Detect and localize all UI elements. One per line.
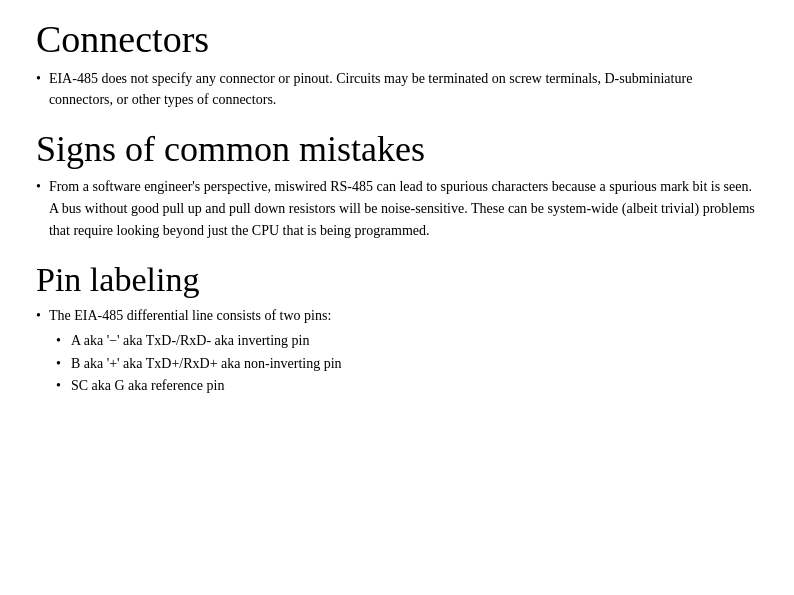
connectors-heading: Connectors <box>36 18 758 62</box>
signs-heading: Signs of common mistakes <box>36 129 758 170</box>
signs-body: • From a software engineer's perspective… <box>36 176 758 241</box>
list-bullet-3: • <box>56 375 61 397</box>
pin-intro-bullet: • <box>36 305 41 327</box>
signs-bullet: • <box>36 176 41 198</box>
pin-labeling-intro: The EIA-485 differential line consists o… <box>49 305 331 327</box>
connectors-body: • EIA-485 does not specify any connector… <box>36 68 758 111</box>
connectors-section: Connectors • EIA-485 does not specify an… <box>36 18 758 111</box>
list-item: • B aka '+' aka TxD+/RxD+ aka non-invert… <box>56 353 758 375</box>
list-item: • A aka '−' aka TxD-/RxD- aka inverting … <box>56 330 758 352</box>
list-bullet-1: • <box>56 330 61 352</box>
connectors-bullet: • <box>36 68 41 90</box>
pin-labeling-intro-item: • The EIA-485 differential line consists… <box>36 305 758 327</box>
list-bullet-2: • <box>56 353 61 375</box>
list-item: • SC aka G aka reference pin <box>56 375 758 397</box>
signs-text: From a software engineer's perspective, … <box>49 176 758 241</box>
pin-labeling-heading: Pin labeling <box>36 260 758 299</box>
pin-labeling-section: Pin labeling • The EIA-485 differential … <box>36 260 758 398</box>
pin-list: • A aka '−' aka TxD-/RxD- aka inverting … <box>36 330 758 397</box>
connectors-text: EIA-485 does not specify any connector o… <box>49 68 758 111</box>
pin-item-a: A aka '−' aka TxD-/RxD- aka inverting pi… <box>71 330 310 352</box>
pin-item-sc: SC aka G aka reference pin <box>71 375 225 397</box>
signs-section: Signs of common mistakes • From a softwa… <box>36 129 758 241</box>
pin-item-b: B aka '+' aka TxD+/RxD+ aka non-invertin… <box>71 353 342 375</box>
